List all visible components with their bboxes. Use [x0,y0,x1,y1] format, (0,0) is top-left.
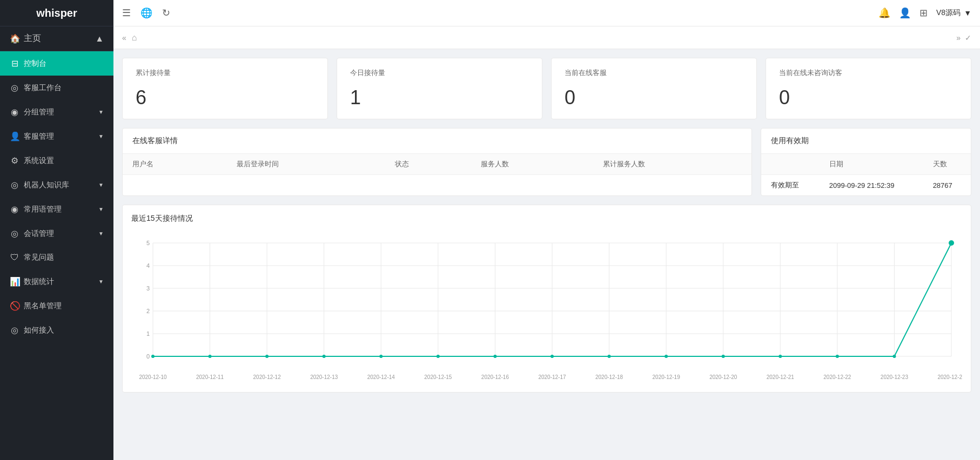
validity-header: 使用有效期 [761,128,971,154]
stat-card-1: 今日接待量 1 [337,58,542,119]
svg-text:2020-12-13: 2020-12-13 [310,374,338,380]
svg-text:2020-12-17: 2020-12-17 [538,374,566,380]
chart-point [949,240,954,246]
bell-icon[interactable]: 🔔 [878,7,890,19]
svg-text:2020-12-24: 2020-12-24 [937,374,962,380]
check-button[interactable]: ✓ [965,33,971,42]
menu-icon[interactable]: ☰ [122,7,131,19]
svg-text:2020-12-14: 2020-12-14 [367,374,395,380]
svg-text:0: 0 [146,353,150,360]
svg-text:3: 3 [146,285,150,292]
validity-table: 日期天数 有效期至 2099-09-29 21:52:39 28767 [761,154,971,195]
sidebar-items: ⊟ 控制台 ◎ 客服工作台 ◉ 分组管理 ▼ 👤 客服管理 ▼ ⚙ 系统设置 ◎… [0,51,113,342]
agent-icon: 👤 [10,131,19,141]
globe-icon[interactable]: 🌐 [140,7,152,19]
sidebar-item-robot[interactable]: ◎ 机器人知识库 ▼ [0,173,113,197]
validity-col-header: 天数 [923,154,971,175]
grid-icon[interactable]: ⊞ [919,7,928,19]
validity-row: 有效期至 2099-09-29 21:52:39 28767 [761,175,971,196]
chart-point [323,355,326,358]
agent-chevron-icon: ▼ [98,133,104,139]
validity-panel: 使用有效期 日期天数 有效期至 2099-09-29 21:52:39 2876… [761,128,971,196]
sidebar-label-phrases: 常用语管理 [24,205,62,214]
agent-col-header: 累计服务人数 [593,154,751,175]
system-icon: ⚙ [10,155,19,166]
stat-value-1: 1 [350,86,529,109]
topbar-right: 🔔 👤 ⊞ V8源码 ▼ [878,7,971,19]
chart-point [836,355,839,358]
chart-point [437,355,440,358]
sidebar-item-howto[interactable]: ◎ 如何接入 [0,318,113,342]
forward-button[interactable]: » [956,33,961,42]
topbar-left: ☰ 🌐 ↻ [122,7,170,19]
sidebar-label-howto: 如何接入 [24,326,54,335]
sidebar-item-faq[interactable]: 🛡 常见问题 [0,246,113,269]
sidebar-item-system[interactable]: ⚙ 系统设置 [0,148,113,173]
robot-icon: ◎ [10,180,19,190]
stats-chevron-icon: ▼ [98,279,104,285]
sidebar-label-workbench: 客服工作台 [24,83,62,93]
sidebar-label-faq: 常见问题 [24,253,54,262]
app-title: whisper [36,7,77,19]
avatar-icon[interactable]: 👤 [899,7,911,19]
sidebar-label-system: 系统设置 [24,156,54,166]
svg-text:2020-12-11: 2020-12-11 [196,374,224,380]
back-button[interactable]: « [122,33,126,42]
breadcrumb-right: » ✓ [956,33,971,42]
sidebar-item-phrases[interactable]: ◉ 常用语管理 ▼ [0,197,113,221]
svg-text:2020-12-16: 2020-12-16 [481,374,509,380]
sidebar-item-stats[interactable]: 📊 数据统计 ▼ [0,269,113,294]
sidebar-item-session[interactable]: ◎ 会话管理 ▼ [0,221,113,246]
agent-col-header: 用户名 [123,154,227,175]
group-chevron-icon: ▼ [98,109,104,115]
sidebar-item-agent[interactable]: 👤 客服管理 ▼ [0,124,113,148]
chart-point [151,355,155,358]
validity-days: 28767 [923,175,971,196]
svg-text:2020-12-23: 2020-12-23 [881,374,909,380]
home-icon: 🏠 [10,33,19,44]
stat-value-3: 0 [779,86,958,109]
agent-col-header: 状态 [385,154,471,175]
sidebar-label-blacklist: 黑名单管理 [24,301,62,311]
stat-cards: 累计接待量 6 今日接待量 1 当前在线客服 0 当前在线未咨询访客 0 [122,58,971,119]
line-chart-svg: 0123452020-12-102020-12-112020-12-122020… [131,232,962,383]
sidebar-item-workbench[interactable]: ◎ 客服工作台 [0,76,113,100]
user-menu[interactable]: V8源码 ▼ [936,8,971,18]
chart-point [722,355,725,358]
svg-text:2020-12-12: 2020-12-12 [253,374,281,380]
chart-title: 最近15天接待情况 [131,214,962,224]
sidebar: whisper 🏠 主页 ▲ ⊟ 控制台 ◎ 客服工作台 ◉ 分组管理 ▼ 👤 … [0,0,113,460]
chart-point [664,355,668,358]
stat-card-2: 当前在线客服 0 [551,58,757,119]
chart-point [209,355,212,358]
lower-section: 在线客服详情 用户名最后登录时间状态服务人数累计服务人数 使用有效期 日期天数 … [122,128,971,196]
svg-text:2020-12-22: 2020-12-22 [823,374,851,380]
stat-label-3: 当前在线未咨询访客 [779,68,958,78]
breadcrumb-bar: « ⌂ » ✓ [113,26,980,49]
stat-label-2: 当前在线客服 [565,68,743,78]
sidebar-label-group: 分组管理 [24,107,54,117]
chart-point [892,355,896,358]
session-icon: ◎ [10,228,19,239]
blacklist-icon: 🚫 [10,301,19,311]
svg-text:2020-12-21: 2020-12-21 [767,374,795,380]
sidebar-home-item[interactable]: 🏠 主页 ▲ [0,26,113,51]
sidebar-item-blacklist[interactable]: 🚫 黑名单管理 [0,294,113,318]
chart-panel: 最近15天接待情况 0123452020-12-102020-12-112020… [122,205,971,393]
svg-text:2020-12-20: 2020-12-20 [709,374,737,380]
validity-date: 2099-09-29 21:52:39 [820,175,923,196]
home-breadcrumb-button[interactable]: ⌂ [132,33,137,43]
svg-text:2020-12-10: 2020-12-10 [139,374,167,380]
workbench-icon: ◎ [10,83,19,93]
chart-container: 0123452020-12-102020-12-112020-12-122020… [131,232,962,383]
svg-text:1: 1 [146,330,150,337]
sidebar-item-group[interactable]: ◉ 分组管理 ▼ [0,100,113,124]
refresh-icon[interactable]: ↻ [162,7,170,19]
agent-table: 用户名最后登录时间状态服务人数累计服务人数 [123,154,751,175]
svg-text:2020-12-15: 2020-12-15 [424,374,452,380]
chart-point [608,355,611,358]
sidebar-item-dashboard[interactable]: ⊟ 控制台 [0,51,113,76]
sidebar-label-dashboard: 控制台 [24,59,46,69]
faq-icon: 🛡 [10,253,19,262]
chart-point [778,355,782,358]
